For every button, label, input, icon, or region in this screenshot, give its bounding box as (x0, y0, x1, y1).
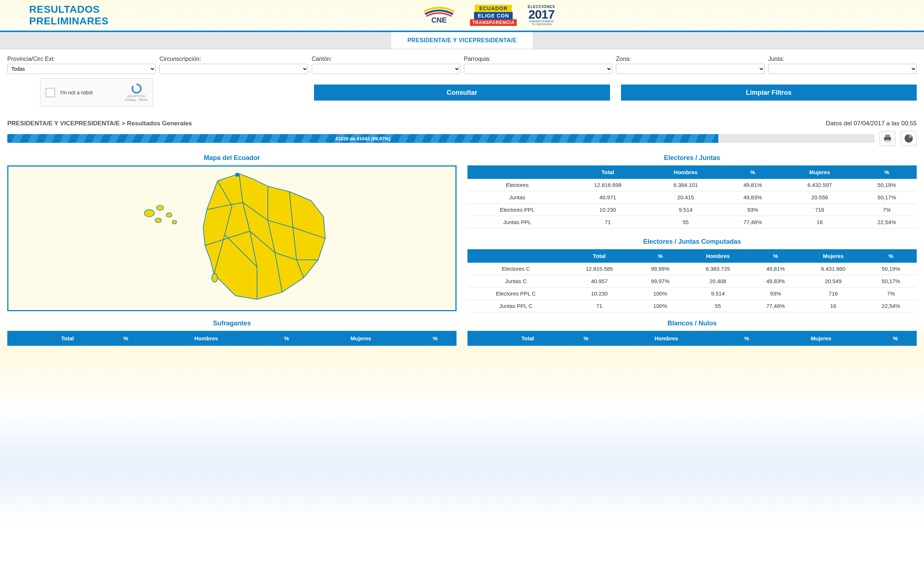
tab-bar: PRESIDENTA/E Y VICEPRESIDENTA/E (0, 32, 924, 49)
progress-fill: 41028 de 41042 (99,97%) (7, 134, 718, 143)
table-row: Juntas PPL715577,46%1622,54% (467, 216, 917, 229)
svg-point-6 (144, 210, 155, 217)
table-cell: 6.384.101 (649, 179, 723, 191)
table-header: % (104, 331, 147, 346)
table-cell: 20.415 (649, 191, 723, 204)
table-header: Hombres (607, 331, 726, 346)
map-section: Mapa del Ecuador (7, 154, 457, 312)
table-header: % (874, 331, 917, 346)
table-cell: 99,97% (634, 275, 686, 288)
blancos-table: Total%Hombres%Mujeres% (467, 331, 917, 346)
table-header: Hombres (649, 165, 723, 179)
table-cell: 71 (567, 216, 649, 229)
provincia-select[interactable]: Todas (7, 64, 156, 74)
table-cell: 20.549 (802, 275, 865, 288)
table-cell: 12.816.698 (567, 179, 649, 191)
circunscripcion-select[interactable] (159, 64, 308, 74)
table-header: Mujeres (782, 165, 856, 179)
canton-select[interactable] (312, 64, 460, 74)
breadcrumb-row: PRESIDENTA/E Y VICEPRESIDENTA/E > Result… (0, 113, 924, 131)
recaptcha-logo: reCAPTCHA Privacy - Terms (125, 84, 148, 102)
table-cell: 93% (723, 204, 782, 216)
sufragantes-title: Sufragantes (7, 319, 457, 327)
table-cell: 6.432.597 (782, 179, 856, 191)
table-header: Hombres (686, 249, 750, 263)
table-cell: Electores C (467, 263, 564, 275)
table-cell: 20.556 (782, 191, 856, 204)
svg-point-11 (212, 273, 218, 282)
tab-presidente[interactable]: PRESIDENTA/E Y VICEPRESIDENTA/E (391, 32, 533, 49)
electores-table: TotalHombres%Mujeres% Electores12.816.69… (467, 165, 917, 229)
recaptcha-checkbox[interactable] (46, 88, 55, 97)
circunscripcion-label: Circunscripción: (159, 56, 308, 62)
table-cell: 40.957 (564, 275, 634, 288)
svg-point-10 (172, 221, 177, 224)
svg-point-7 (157, 206, 164, 211)
svg-text:CNE: CNE (431, 16, 447, 24)
table-header: Total (31, 331, 105, 346)
table-cell: 22,54% (857, 216, 917, 229)
progress-bar: 41028 de 41042 (99,97%) (7, 134, 874, 143)
table-header: Total (564, 249, 634, 263)
eligecon-logo: ECUADOR ELIGE CON TRANSPARENCIA (470, 5, 517, 26)
table-cell: 12.815.585 (564, 263, 634, 275)
table-cell: 50,19% (857, 179, 917, 191)
table-row: Juntas C40.95799,97%20.40849,83%20.54950… (467, 275, 917, 288)
table-header (467, 165, 567, 179)
table-cell: 49,81% (750, 263, 801, 275)
table-cell: 50,17% (865, 275, 917, 288)
table-header: % (723, 165, 782, 179)
table-header: % (414, 331, 457, 346)
zona-select[interactable] (616, 64, 764, 74)
table-cell: 100% (634, 288, 686, 300)
parroquia-label: Parroquia: (464, 56, 612, 62)
consultar-button[interactable]: Consultar (314, 84, 610, 100)
limpiar-filtros-button[interactable]: Limpiar Filtros (621, 84, 917, 100)
print-button[interactable] (879, 131, 896, 146)
tables-section: Electores / Juntas TotalHombres%Mujeres%… (467, 154, 917, 312)
table-cell: Juntas PPL C (467, 300, 564, 312)
table-cell: Electores (467, 179, 567, 191)
table-header: Total (567, 165, 649, 179)
map-title: Mapa del Ecuador (7, 154, 457, 162)
title-line2: PRELIMINARES (29, 15, 109, 27)
svg-point-8 (155, 218, 162, 222)
eligecon-l2: ELIGE CON (474, 12, 513, 19)
table-header: Hombres (147, 331, 266, 346)
table-row: Electores PPL10.2309.51493%7167% (467, 204, 917, 216)
table-header (7, 331, 31, 346)
svg-rect-3 (885, 135, 890, 138)
table-header: % (725, 331, 768, 346)
sufragantes-table: Total%Hombres%Mujeres% (7, 331, 457, 346)
table-row: Juntas40.97120.41549,83%20.55650,17% (467, 191, 917, 204)
table-header: Total (491, 331, 565, 346)
recaptcha-widget[interactable]: I'm not a robot reCAPTCHA Privacy - Term… (40, 78, 153, 107)
svg-point-9 (166, 213, 172, 217)
data-timestamp: Datos del 07/04/2017 a las 00:55 (825, 120, 917, 127)
table-cell: 9.514 (649, 204, 723, 216)
table-cell: 16 (802, 300, 865, 312)
parroquia-select[interactable] (464, 64, 612, 74)
table-header: % (857, 165, 917, 179)
progress-row: 41028 de 41042 (99,97%) (0, 131, 924, 149)
table-header: Mujeres (802, 249, 865, 263)
chart-button[interactable] (901, 131, 917, 146)
table-cell: 49,83% (750, 275, 801, 288)
table-row: Juntas PPL C71100%5577,46%1622,54% (467, 300, 917, 312)
table-cell: 100% (634, 300, 686, 312)
filter-area: Provincia/Circ Ext: Todas Circunscripció… (0, 49, 924, 113)
table-header (467, 249, 564, 263)
table-header: % (750, 249, 801, 263)
elecciones-2017-logo: ELECCIONES 2017 GARANTIZAMOS TU DECISIÓN (528, 5, 555, 26)
table-header (467, 331, 491, 346)
table-cell: Electores PPL C (467, 288, 564, 300)
junta-select[interactable] (768, 64, 917, 74)
table-header: % (564, 331, 607, 346)
header-logos: CNE ECUADOR ELIGE CON TRANSPARENCIA ELEC… (419, 5, 555, 26)
table-cell: 716 (802, 288, 865, 300)
blancos-title: Blancos / Nulos (467, 319, 917, 327)
page-title: RESULTADOS PRELIMINARES (29, 4, 109, 27)
table-cell: 40.971 (567, 191, 649, 204)
eligecon-l3: TRANSPARENCIA (470, 19, 517, 26)
ecuador-map[interactable] (7, 165, 457, 311)
